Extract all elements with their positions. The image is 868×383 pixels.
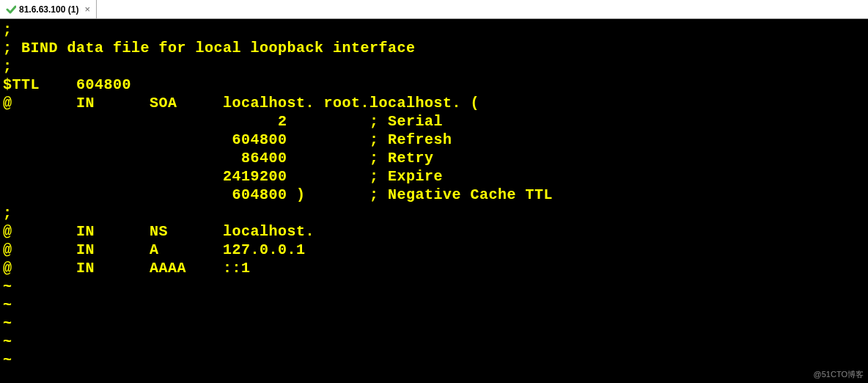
tab-session[interactable]: 81.6.63.100 (1) ×: [0, 0, 97, 18]
watermark: @51CTO博客: [814, 369, 864, 380]
tab-bar: 81.6.63.100 (1) ×: [0, 0, 868, 19]
close-icon[interactable]: ×: [84, 4, 90, 15]
check-icon: [6, 4, 16, 15]
terminal-content: ; ; BIND data file for local loopback in…: [3, 21, 865, 369]
tab-title: 81.6.63.100 (1): [19, 4, 78, 15]
terminal-area[interactable]: ; ; BIND data file for local loopback in…: [0, 19, 868, 383]
